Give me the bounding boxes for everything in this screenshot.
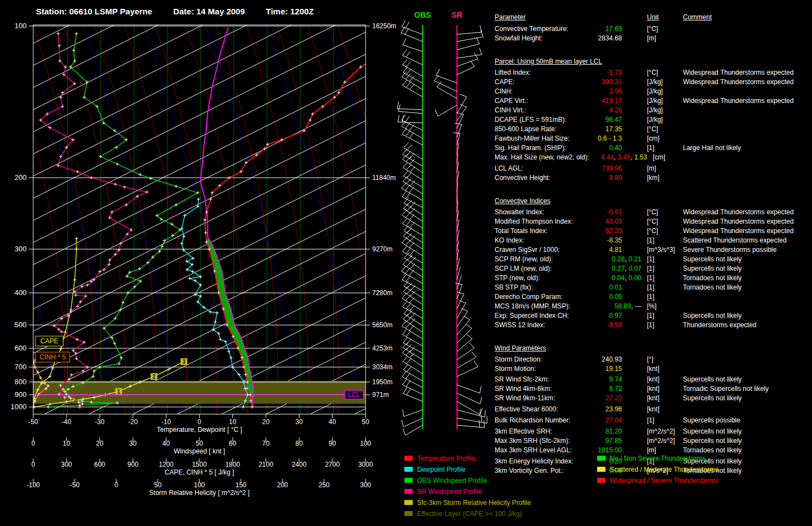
table-value: 739.96 [602,164,622,172]
table-row: Sig. Hail Param. (SHIP):[1]0.40Large Hai… [0,144,812,153]
table-row: SR Wind 4km-6km:[knt]8.72Tornadic Superc… [0,385,812,394]
table-unit: [J/kg] [647,78,663,86]
legend-swatch [404,511,413,516]
table-value: 0.6 - 1.3 [598,135,622,142]
table-row: CINH Virt.:[J/kg]4.28 [0,106,812,116]
table-row: Max 3km SRH (Sfc-2km):[m^2/s^2]97.85Supe… [0,437,812,446]
legend-item-profile: OBS Windspeed Profile [404,477,487,484]
table-row: SWISS 12 Index:[1]-9.59Thunderstorms exp… [0,321,812,331]
legend-item-severity: No / Non Severe Thunderstorms [597,455,706,462]
table-value: 9.74 [609,375,622,383]
table-value: 58.83, --- [614,302,641,310]
table-comment: Large Hail not likely [683,144,741,152]
table-row: Storm Motion:[knt]19.15 [0,365,812,374]
table-value: 81.20 [605,427,622,435]
table-unit: [°C] [647,218,658,225]
table-unit: [1] [647,321,654,329]
table-comment: Supercells not likely [683,437,742,445]
table-row: MCS 18m/s (MMP, MSP):[%]58.83, --- [0,302,812,312]
table-header-parameter: Parameter [495,13,526,21]
table-unit: [J/kg] [647,106,663,114]
table-row: Derecho Comp Param:[1]0.05 [0,293,812,302]
table-row: SR Wind Sfc-2km:[knt]9.74Supercells not … [0,375,812,385]
table-value: 419.17 [602,97,622,105]
table-row: SCP LM (new, old):[1]0.27, 0.07Supercell… [0,265,812,274]
table-value: 1815.00 [598,446,622,454]
table-value: 0.04, 0.00 [612,274,641,282]
table-unit: [1] [647,312,654,319]
table-unit: [m] [647,34,656,42]
table-value: 27.04 [605,416,622,424]
table-comment: Thunderstorms expected [683,321,757,329]
table-value: 390.31 [602,78,622,86]
table-unit: [knt] [647,394,660,402]
table-section-title: Parcel: Using 50mB mean layer LCL [495,58,602,65]
table-unit: [1] [647,274,654,282]
table-comment: Supercells not likely [683,255,742,263]
table-value: 0.97 [609,312,622,319]
table-row: Showalter Index:[°C]-0.91Widespread Thun… [0,208,812,218]
table-unit: [1] [647,144,654,152]
table-row: Lifted Index:[°C]-1.73Widespread Thunder… [0,69,812,78]
table-unit: [m^2/s^2] [647,427,675,435]
legend-swatch [404,478,413,483]
legend-swatch [597,456,605,461]
table-row: Total Totals Index:[°C]52.20Widespread T… [0,227,812,236]
table-unit: [1] [647,416,654,424]
table-comment: Tornadic Supercells not likely [683,385,769,393]
table-unit: [°] [647,355,653,363]
table-row: Craven SigSvr / 1000:[m^3/s^3]4.81Severe… [0,246,812,255]
table-unit: [°C] [647,208,658,216]
table-comment: Tornadoes not likely [683,446,742,454]
table-unit: [1] [647,283,654,291]
table-row: LCL AGL:[m]739.96 [0,164,812,174]
table-row: STP (new, old):[1]0.04, 0.00Tornadoes no… [0,274,812,283]
table-row: Bulk Richardson Number:[1]27.04Supercell… [0,416,812,426]
table-value: 17.35 [605,125,622,133]
table-comment: Severe Thunderstorms possible [683,246,777,254]
legend-item-profile: Dewpoint Profile [404,466,465,473]
table-value: 19.15 [605,365,622,373]
table-section-title: Wind Parameters [495,344,546,352]
table-row: Convective Height:[km]8.89 [0,174,812,183]
table-header-comment: Comment [683,13,712,21]
table-value: 97.85 [605,437,622,445]
table-unit: [%] [647,302,656,310]
table-unit: [m^3/s^3] [647,246,675,254]
legend-swatch [404,500,413,505]
table-row: Max. Hail Size (new, new2, old):4.44, 3.… [0,153,812,163]
table-unit: [1] [647,255,654,263]
table-unit: [knt] [647,405,660,413]
table-value: 2834.68 [598,34,622,42]
table-header-unit: Unit [647,13,659,21]
table-unit: [m^2/s^2] [647,437,675,445]
table-comment: Widespread Thunderstorms expected [683,78,794,86]
table-comment: Tornadoes not likely [683,283,742,291]
legend-item-severity: Widespread / Severe Thunderstorms [597,477,718,484]
table-row: Snowfall Height:[m]2834.68 [0,34,812,44]
table-row: CAPE Virt.:[J/kg]419.17Widespread Thunde… [0,97,812,106]
table-unit: [J/kg] [647,97,663,105]
table-unit: [cm] [647,135,660,142]
table-unit: [knt] [647,365,660,373]
table-comment: Widespread Thunderstorms expected [683,97,794,105]
table-value: -8.35 [607,236,622,244]
table-value: -0.91 [607,208,622,216]
table-unit: [km] [647,174,660,182]
legend-item-profile: Sfc-3km Storm Relative Helicity Profile [404,499,531,507]
legend-swatch [404,489,413,494]
table-unit: [knt] [647,385,660,393]
table-value: 0.05 [609,293,622,301]
table-comment: Supercells not likely [683,375,742,383]
parameter-table: ParameterValueUnitCommentConvective Temp… [0,0,812,526]
table-value: -1.73 [607,69,622,76]
table-value: 52.20 [605,227,622,235]
table-row: SR Wind 9km-11km:[knt]27.22Supercells no… [0,394,812,404]
legend-item-profile: Temperature Profile [404,455,475,462]
table-row: DCAPE (LFS = 591mB):[J/kg]96.47 [0,116,812,125]
table-value: 0.27, 0.07 [612,265,641,272]
table-unit: [°C] [647,25,658,33]
legend-swatch [597,467,605,472]
table-row: CINH:[J/kg]3.95 [0,87,812,97]
table-comment: Widespread Thunderstorms expected [683,218,794,225]
